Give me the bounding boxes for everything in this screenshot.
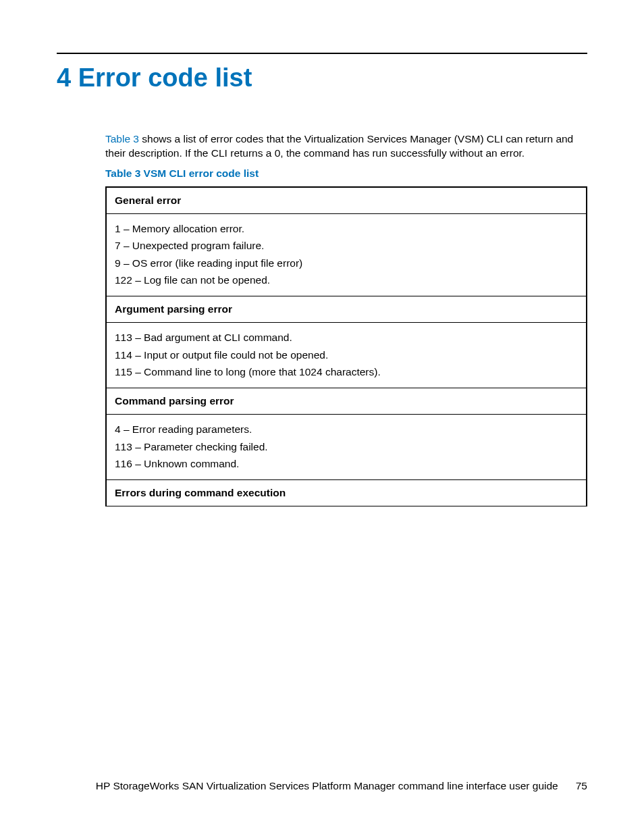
error-code-item: 115 – Command line to long (more that 10… bbox=[115, 364, 578, 380]
table-caption: Table 3 VSM CLI error code list bbox=[105, 167, 587, 180]
page-footer: HP StorageWorks SAN Virtualization Servi… bbox=[57, 779, 587, 793]
table-section-header: General error bbox=[106, 187, 587, 214]
intro-text: shows a list of error codes that the Vir… bbox=[105, 133, 573, 159]
error-code-item: 9 – OS error (like reading input file er… bbox=[115, 255, 578, 271]
table-section-header: Errors during command execution bbox=[106, 480, 587, 506]
error-code-item: 116 – Unknown command. bbox=[115, 456, 578, 471]
chapter-title: 4 Error code list bbox=[57, 63, 587, 93]
table-section-header: Argument parsing error bbox=[106, 296, 587, 323]
error-code-item: 113 – Parameter checking failed. bbox=[115, 439, 578, 454]
table-reference-link[interactable]: Table 3 bbox=[105, 133, 139, 145]
error-code-item: 113 – Bad argument at CLI command. bbox=[115, 330, 578, 345]
error-code-item: 4 – Error reading parameters. bbox=[115, 421, 578, 437]
error-code-item: 7 – Unexpected program failure. bbox=[115, 238, 578, 253]
error-code-table: General error1 – Memory allocation error… bbox=[105, 186, 587, 507]
footer-doc-title: HP StorageWorks SAN Virtualization Servi… bbox=[96, 780, 558, 791]
error-code-item: 1 – Memory allocation error. bbox=[115, 221, 578, 236]
chapter-title-text: Error code list bbox=[78, 63, 252, 92]
table-section-body: 113 – Bad argument at CLI command.114 – … bbox=[106, 323, 587, 388]
intro-paragraph: Table 3 shows a list of error codes that… bbox=[105, 132, 587, 161]
top-rule bbox=[57, 53, 587, 54]
table-section-header: Command parsing error bbox=[106, 388, 587, 415]
error-code-item: 114 – Input or output file could not be … bbox=[115, 347, 578, 363]
table-section-body: 4 – Error reading parameters.113 – Param… bbox=[106, 415, 587, 480]
page-number: 75 bbox=[576, 779, 587, 793]
table-section-body: 1 – Memory allocation error.7 – Unexpect… bbox=[106, 214, 587, 296]
chapter-number: 4 bbox=[57, 63, 71, 92]
error-code-item: 122 – Log file can not be opened. bbox=[115, 272, 578, 288]
